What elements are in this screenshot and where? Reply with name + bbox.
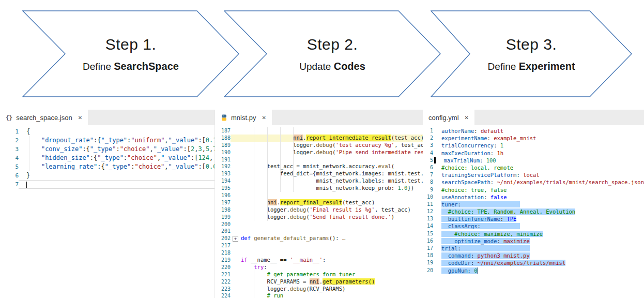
line-number: 6	[423, 164, 433, 171]
code-line: 8searchSpacePath: ~/nni/examples/trials/…	[423, 178, 644, 186]
code-line: 224 # run	[215, 292, 423, 298]
line-number: 219	[215, 257, 231, 264]
step-title: Step 2.	[307, 36, 358, 53]
tab-bar: config.yml ✕	[423, 110, 644, 125]
page: Step 1. Define SearchSpace Step 2. Updat…	[0, 0, 644, 298]
code-line: 217	[215, 242, 423, 249]
code-line: 3trialConcurrency: 1	[423, 142, 644, 149]
line-number: 193	[215, 170, 231, 177]
line-number: 194	[215, 177, 231, 185]
code-line: 187	[215, 127, 423, 135]
code-line: 189 logger.debug('test accuracy %g', tes…	[215, 142, 423, 149]
step-2-chevron: Step 2. Update Codes	[224, 10, 441, 97]
line-number: 2	[0, 136, 19, 145]
code-line: 7	[0, 180, 214, 189]
line-number: 3	[423, 142, 433, 149]
line-number: 4	[423, 150, 433, 157]
tab-bar: {} search_space.json ✕	[0, 110, 214, 125]
steps-banner: Step 1. Define SearchSpace Step 2. Updat…	[0, 10, 644, 97]
code-line: 10useAnnotation: false	[423, 193, 644, 201]
line-number: 2	[423, 135, 433, 142]
step-subtitle-bold: Experiment	[519, 61, 575, 72]
text-cursor	[478, 267, 478, 274]
line-number: 12	[423, 208, 433, 215]
tab-bar: mnist.py ✕	[215, 110, 423, 125]
line-number: 7	[0, 180, 19, 189]
line-number: 217	[215, 242, 231, 249]
code-line: 1authorName: default	[423, 127, 644, 135]
code-line: 219if __name__ == '__main__':	[215, 257, 423, 264]
code-line: 201	[215, 228, 423, 235]
step-subtitle-prefix: Define	[83, 61, 114, 72]
tab-mnist-py[interactable]: mnist.py ✕	[215, 110, 272, 125]
code-line: 3 "conv_size":{"_type":"choice","_value"…	[0, 145, 214, 154]
step-1-chevron: Step 1. Define SearchSpace	[22, 10, 239, 97]
code-line: 4maxExecDuration: 1h	[423, 150, 644, 157]
step-subtitle: Define SearchSpace	[83, 61, 179, 72]
tab-search-space-json[interactable]: {} search_space.json ✕	[0, 110, 88, 125]
close-tab-icon[interactable]: ✕	[262, 115, 266, 121]
code-line: 6#choice: local, remote	[423, 164, 644, 171]
code-line: 2experimentName: example_mnist	[423, 135, 644, 142]
line-number: 19	[423, 259, 433, 266]
step-2-text: Step 2. Update Codes	[224, 10, 441, 97]
line-number: 218	[215, 249, 231, 257]
step-1-text: Step 1. Define SearchSpace	[22, 10, 239, 97]
line-number: 202	[215, 235, 231, 242]
code-line: 1{	[0, 127, 214, 136]
code-area-config[interactable]: 1authorName: default2experimentName: exa…	[423, 125, 644, 274]
line-number: 11	[423, 201, 433, 208]
step-title: Step 3.	[506, 36, 557, 53]
line-number: 7	[423, 171, 433, 178]
code-line: 6}	[0, 171, 214, 180]
code-line: 16 optimize_mode: maximize	[423, 237, 644, 245]
line-number: 199	[215, 214, 231, 221]
code-line: 15 #choice: maximize, minimize	[423, 230, 644, 237]
line-number: 1	[423, 127, 433, 135]
code-line: 5maxTrialNum: 100	[423, 157, 644, 164]
code-line: 188 nni.report_intermediate_result(test_…	[215, 135, 423, 142]
line-number: 198	[215, 206, 231, 214]
close-tab-icon[interactable]: ✕	[78, 115, 82, 121]
indent-guide	[254, 127, 254, 221]
step-subtitle: Define Experiment	[487, 61, 575, 72]
step-title: Step 1.	[105, 36, 157, 53]
code-line: 197 nni.report_final_result(test_acc)	[215, 199, 423, 206]
line-number: 197	[215, 199, 231, 206]
code-line: 221 # get parameters form tuner	[215, 271, 423, 278]
editor-search-space-json: {} search_space.json ✕ 1{2 "dropout_rate…	[0, 110, 214, 197]
indent-guide	[293, 127, 294, 192]
line-number: 200	[215, 221, 231, 228]
line-number: 16	[423, 237, 433, 245]
code-line: 218	[215, 249, 423, 257]
line-number: 5	[423, 157, 433, 164]
line-number: 17	[423, 245, 433, 252]
line-number: 222	[215, 278, 231, 286]
line-number: 191	[215, 156, 231, 163]
tab-label: search_space.json	[16, 114, 72, 122]
line-number: 189	[215, 142, 231, 149]
code-line: 18 command: python3 mnist.py	[423, 252, 644, 259]
code-line: 198 logger.debug('Final result is %g', t…	[215, 206, 423, 214]
line-number: 224	[215, 292, 231, 298]
line-number: 13	[423, 215, 433, 222]
line-number: 5	[0, 162, 19, 171]
line-number: 187	[215, 127, 231, 135]
step-subtitle-prefix: Update	[299, 61, 334, 72]
code-line: 191	[215, 156, 423, 163]
code-area-search-space[interactable]: 1{2 "dropout_rate":{"_type":"uniform","_…	[0, 125, 214, 189]
code-line: 195 mnist_network.keep_prob: 1.0})	[215, 185, 423, 192]
python-file-icon	[221, 114, 227, 121]
code-area-mnist[interactable]: 187188 nni.report_intermediate_result(te…	[215, 125, 423, 298]
close-tab-icon[interactable]: ✕	[465, 115, 469, 121]
line-number: 18	[423, 252, 433, 259]
code-line: 222 RCV_PARAMS = nni.get_parameters()	[215, 278, 423, 286]
tab-config-yml[interactable]: config.yml ✕	[423, 110, 474, 125]
editor-config-yml: config.yml ✕ 1authorName: default2experi…	[423, 110, 644, 298]
step-subtitle-prefix: Define	[487, 61, 518, 72]
json-file-icon: {}	[6, 114, 12, 121]
step-subtitle-bold: SearchSpace	[114, 61, 179, 72]
line-number: 8	[423, 178, 433, 186]
code-line: 200	[215, 221, 423, 228]
code-line: 196	[215, 192, 423, 199]
